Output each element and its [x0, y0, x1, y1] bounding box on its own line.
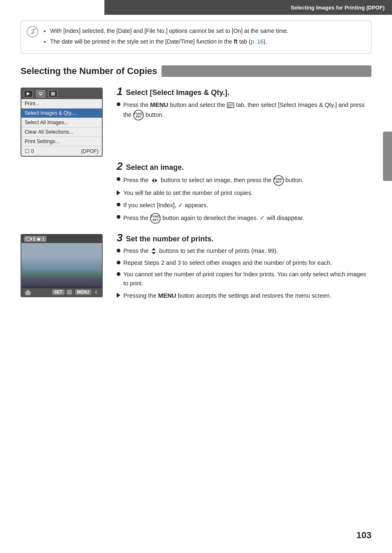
step3-bullet4-text: Pressing the MENU button accepts the set… — [123, 291, 331, 301]
bullet-circle-3a — [117, 249, 120, 252]
svg-marker-23 — [152, 248, 156, 250]
step2-bullet2: You will be able to set the number of pr… — [117, 189, 371, 198]
step3-row: 1 1 SET MENU — [21, 232, 371, 303]
step3-bullet3-text: You cannot set the number of print copie… — [123, 270, 371, 288]
svg-marker-14 — [155, 178, 157, 183]
step1-right: 1 Select [Select Images & Qty.]. Press t… — [117, 86, 371, 157]
camera-bottom-icons: SET MENU — [52, 289, 99, 295]
bullet-circle-3c — [117, 272, 120, 276]
svg-point-8 — [52, 95, 53, 96]
step1-bullet1: Press the MENU button and select the tab… — [117, 100, 371, 120]
step2-right: 2 Select an image. Press the buttons to … — [117, 161, 371, 227]
play-tab-icon — [24, 90, 33, 97]
section-title-bar — [161, 65, 372, 77]
step3-bullet3: You cannot set the number of print copie… — [117, 270, 371, 288]
func-set-btn-2: FUNCSET — [273, 175, 284, 186]
step2-title: Select an image. — [126, 163, 184, 172]
svg-marker-18 — [25, 289, 31, 295]
menu-item-print-settings: Print Settings... — [21, 137, 102, 146]
menu-btn-label: MENU — [75, 289, 91, 295]
step2-bullet4: Press the FUNCSET button again to desele… — [117, 213, 371, 224]
step3-right: 3 Set the number of prints. Press the bu… — [117, 232, 371, 303]
menu-top-bar — [21, 88, 102, 99]
menu-item-print: Print... — [21, 99, 102, 109]
step2-left-empty — [21, 161, 107, 227]
menu-item-clear-all: Clear All Selections... — [21, 127, 102, 137]
step3-header: 3 Set the number of prints. — [117, 232, 371, 243]
step3-bullets: Press the buttons to set the number of p… — [117, 247, 371, 301]
bullet-circle-2d — [117, 215, 120, 219]
section-heading-wrapper: Selecting the Number of Copies — [21, 65, 371, 77]
svg-marker-17 — [37, 237, 41, 241]
svg-marker-16 — [31, 238, 32, 240]
header-title: Selecting Images for Printing (DPOF) — [291, 5, 385, 11]
bullet-circle-3b — [117, 261, 120, 264]
step1-title: Select [Select Images & Qty.]. — [126, 88, 229, 97]
svg-rect-2 — [40, 94, 42, 95]
step2-bullet2-text: You will be able to set the number of pr… — [123, 189, 253, 198]
menu-dpof-label: (DPOF) — [81, 148, 99, 154]
step3-bullet1: Press the buttons to set the number of p… — [117, 247, 371, 256]
step3-number: 3 — [117, 232, 122, 243]
step1-bullet1-text: Press the MENU button and select the tab… — [123, 100, 371, 120]
step2-bullets: Press the buttons to select an image, th… — [117, 175, 371, 224]
note-item-2: The date will be printed in the style se… — [50, 37, 364, 46]
bullet-circle — [117, 102, 120, 106]
bullet-arrow-2b — [117, 190, 120, 195]
svg-marker-13 — [152, 178, 154, 183]
camera-image — [21, 243, 102, 288]
note-list: With [Index] selected, the [Date] and [F… — [44, 27, 364, 46]
camera-screenshot: 1 1 SET MENU — [21, 234, 103, 297]
menu-item-select-all: Select All Images... — [21, 118, 102, 127]
menu-items-list: Print... Select Images & Qty.... Select … — [21, 99, 102, 156]
note-icon: 𝓘 — [27, 26, 38, 37]
svg-marker-0 — [27, 92, 30, 95]
step3-left: 1 1 SET MENU — [21, 232, 107, 303]
bullet-arrow-3d — [117, 293, 120, 298]
right-tab — [383, 132, 392, 181]
page-number: 103 — [356, 530, 371, 541]
step3-bullet1-text: Press the buttons to set the number of p… — [123, 247, 278, 256]
print-tab-icon — [36, 90, 45, 97]
step3-bullet4: Pressing the MENU button accepts the set… — [117, 291, 371, 301]
bullet-circle-2c — [117, 203, 120, 206]
menu-checkbox: ☐ 0 — [25, 148, 34, 154]
note-item-1: With [Index] selected, the [Date] and [F… — [50, 27, 364, 36]
camera-indicator: 1 1 — [24, 236, 46, 242]
menu-item-footer: ☐ 0 (DPOF) — [21, 146, 102, 156]
step1-bullets: Press the MENU button and select the tab… — [117, 100, 371, 120]
svg-rect-1 — [39, 93, 42, 95]
step1-number: 1 — [117, 86, 122, 97]
step2-bullet1: Press the buttons to select an image, th… — [117, 175, 371, 186]
step1-header: 1 Select [Select Images & Qty.]. — [117, 86, 371, 97]
step2-bullet3-text: If you select [Index], ✓ appears. — [123, 201, 208, 210]
svg-point-7 — [53, 93, 55, 95]
step3-bullet2-text: Repeat Steps 2 and 3 to select other ima… — [123, 259, 332, 268]
step2-number: 2 — [117, 161, 122, 171]
camera-top-bar: 1 1 — [21, 235, 102, 243]
note-box: 𝓘 With [Index] selected, the [Date] and … — [21, 21, 371, 54]
svg-rect-15 — [26, 237, 30, 241]
camera-bottom-bar: SET MENU — [21, 288, 102, 296]
section-title: Selecting the Number of Copies — [21, 66, 161, 76]
func-set-btn-3: FUNCSET — [150, 213, 161, 224]
func-set-btn: FUNCSET — [133, 110, 144, 120]
step2-row: 2 Select an image. Press the buttons to … — [21, 161, 371, 227]
step1-row: Print... Select Images & Qty.... Select … — [21, 86, 371, 157]
step2-bullet1-text: Press the buttons to select an image, th… — [123, 175, 304, 186]
set-btn-label: SET — [52, 289, 64, 295]
menu-screenshot: Print... Select Images & Qty.... Select … — [21, 88, 103, 157]
step1-left: Print... Select Images & Qty.... Select … — [21, 86, 107, 157]
main-content: 𝓘 With [Index] selected, the [Date] and … — [0, 0, 392, 320]
step2-header: 2 Select an image. — [117, 161, 371, 172]
bullet-circle-2a — [117, 177, 120, 181]
svg-point-6 — [52, 92, 53, 93]
step2-bullet3: If you select [Index], ✓ appears. — [117, 201, 371, 210]
menu-item-select-qty: Select Images & Qty.... — [21, 109, 102, 118]
header-bar: Selecting Images for Printing (DPOF) — [104, 0, 392, 15]
step3-title: Set the number of prints. — [126, 235, 213, 243]
svg-marker-24 — [152, 252, 156, 255]
step3-bullet2: Repeat Steps 2 and 3 to select other ima… — [117, 259, 371, 268]
settings-tab-icon — [48, 90, 58, 97]
step2-bullet4-text: Press the FUNCSET button again to desele… — [123, 213, 304, 224]
